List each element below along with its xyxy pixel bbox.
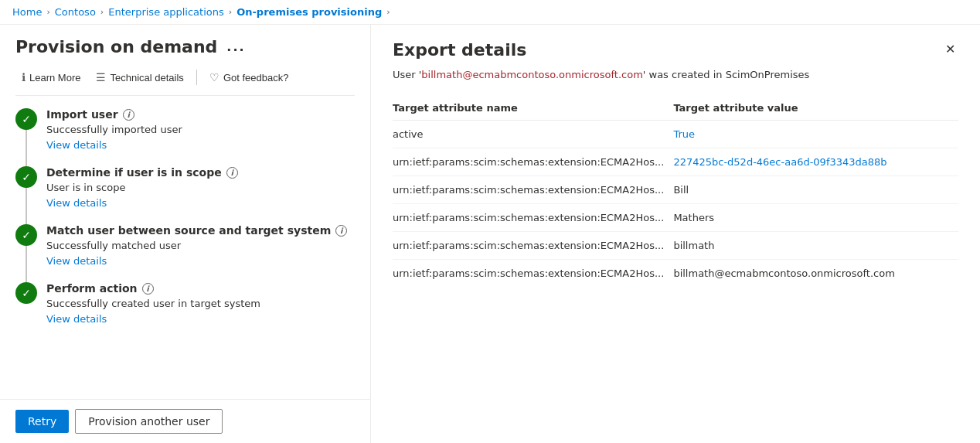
step-1-content: Import user i Successfully imported user… <box>46 108 355 151</box>
step-2-icon: ✓ <box>15 166 37 188</box>
step-2-info-icon[interactable]: i <box>226 167 238 179</box>
attr-value-cell: billmath <box>673 232 958 260</box>
table-body: activeTrueurn:ietf:params:scim:schemas:e… <box>393 121 958 288</box>
breadcrumb: Home › Contoso › Enterprise applications… <box>0 0 980 25</box>
breadcrumb-sep-3: › <box>229 7 232 17</box>
feedback-label: Got feedback? <box>223 72 289 83</box>
step-3-view-details[interactable]: View details <box>46 255 107 267</box>
step-3-description: Successfully matched user <box>46 240 355 251</box>
info-circle-icon: ℹ <box>22 71 26 83</box>
step-4-title: Perform action <box>46 282 138 295</box>
table-header-row: Target attribute name Target attribute v… <box>393 96 958 121</box>
left-panel: Provision on demand ... ℹ Learn More ☰ T… <box>0 25 371 443</box>
step-1-title-row: Import user i <box>46 108 355 121</box>
ellipsis-menu-button[interactable]: ... <box>223 38 248 56</box>
attr-value-cell: 227425bc-d52d-46ec-aa6d-09f3343da88b <box>673 148 958 176</box>
close-button[interactable]: ✕ <box>942 40 958 59</box>
bottom-bar: Retry Provision another user <box>0 399 370 443</box>
step-2-view-details[interactable]: View details <box>46 197 107 209</box>
step-1-view-details[interactable]: View details <box>46 139 107 151</box>
step-perform-action: ✓ Perform action i Successfully created … <box>15 282 355 325</box>
step-2-title: Determine if user is in scope <box>46 166 222 179</box>
attr-value-cell: billmath@ecmabmcontoso.onmicrosoft.com <box>673 260 958 288</box>
step-scope: ✓ Determine if user is in scope i User i… <box>15 166 355 209</box>
retry-button[interactable]: Retry <box>15 410 69 433</box>
step-3-title: Match user between source and target sys… <box>46 224 331 237</box>
subtitle-user: billmath@ecmabmcontoso.onmicrosoft.com <box>421 69 642 80</box>
attr-name-cell: urn:ietf:params:scim:schemas:extension:E… <box>393 232 673 260</box>
technical-details-label: Technical details <box>110 72 183 83</box>
step-match: ✓ Match user between source and target s… <box>15 224 355 267</box>
breadcrumb-enterprise-apps[interactable]: Enterprise applications <box>108 6 224 18</box>
check-icon-4: ✓ <box>22 287 31 299</box>
check-icon-2: ✓ <box>22 171 31 183</box>
step-4-info-icon[interactable]: i <box>142 283 154 295</box>
table-row: activeTrue <box>393 121 958 148</box>
breadcrumb-sep-1: › <box>46 7 49 17</box>
learn-more-button[interactable]: ℹ Learn More <box>15 67 87 87</box>
table-header: Target attribute name Target attribute v… <box>393 96 958 121</box>
breadcrumb-contoso[interactable]: Contoso <box>55 6 96 18</box>
step-import-user: ✓ Import user i Successfully imported us… <box>15 108 355 151</box>
step-4-title-row: Perform action i <box>46 282 355 295</box>
panel-header: Export details ✕ <box>393 40 958 60</box>
technical-details-button[interactable]: ☰ Technical details <box>90 67 189 87</box>
page-title: Provision on demand <box>15 37 217 56</box>
step-4-description: Successfully created user in target syst… <box>46 298 355 309</box>
attr-value-cell: True <box>673 121 958 148</box>
table-row: urn:ietf:params:scim:schemas:extension:E… <box>393 176 958 204</box>
feedback-button[interactable]: ♡ Got feedback? <box>203 67 295 87</box>
step-4-view-details[interactable]: View details <box>46 313 107 325</box>
step-4-icon: ✓ <box>15 282 37 304</box>
attr-name-cell: urn:ietf:params:scim:schemas:extension:E… <box>393 204 673 232</box>
attr-value-cell: Bill <box>673 176 958 204</box>
subtitle-prefix: User ' <box>393 69 421 80</box>
step-3-icon: ✓ <box>15 224 37 246</box>
table-row: urn:ietf:params:scim:schemas:extension:E… <box>393 232 958 260</box>
panel-title: Export details <box>393 40 526 60</box>
step-2-description: User is in scope <box>46 182 355 193</box>
right-panel: Export details ✕ User 'billmath@ecmabmco… <box>371 25 980 443</box>
attributes-table: Target attribute name Target attribute v… <box>393 96 958 287</box>
col-value-header: Target attribute value <box>673 96 958 121</box>
panel-subtitle: User 'billmath@ecmabmcontoso.onmicrosoft… <box>393 69 958 80</box>
breadcrumb-sep-2: › <box>100 7 104 17</box>
left-header: Provision on demand ... ℹ Learn More ☰ T… <box>0 25 370 96</box>
attr-name-cell: urn:ietf:params:scim:schemas:extension:E… <box>393 176 673 204</box>
toolbar-divider <box>196 70 197 85</box>
learn-more-label: Learn More <box>29 72 80 83</box>
attr-name-cell: active <box>393 121 673 148</box>
step-1-title: Import user <box>46 108 118 121</box>
step-2-content: Determine if user is in scope i User is … <box>46 166 355 209</box>
step-3-content: Match user between source and target sys… <box>46 224 355 267</box>
steps-list: ✓ Import user i Successfully imported us… <box>0 96 370 399</box>
subtitle-suffix: ' was created in ScimOnPremises <box>643 69 809 80</box>
attr-name-cell: urn:ietf:params:scim:schemas:extension:E… <box>393 260 673 288</box>
col-name-header: Target attribute name <box>393 96 673 121</box>
heart-icon: ♡ <box>209 71 219 83</box>
step-1-icon: ✓ <box>15 108 37 130</box>
table-row: urn:ietf:params:scim:schemas:extension:E… <box>393 260 958 288</box>
breadcrumb-home[interactable]: Home <box>12 6 42 18</box>
step-1-info-icon[interactable]: i <box>123 109 134 121</box>
list-icon: ☰ <box>96 71 106 83</box>
step-3-title-row: Match user between source and target sys… <box>46 224 355 237</box>
check-icon-3: ✓ <box>22 229 31 241</box>
table-row: urn:ietf:params:scim:schemas:extension:E… <box>393 148 958 176</box>
attr-value-cell: Mathers <box>673 204 958 232</box>
step-4-content: Perform action i Successfully created us… <box>46 282 355 325</box>
breadcrumb-sep-4: › <box>386 7 390 17</box>
step-3-info-icon[interactable]: i <box>335 225 347 237</box>
attr-name-cell: urn:ietf:params:scim:schemas:extension:E… <box>393 148 673 176</box>
title-row: Provision on demand ... <box>15 37 355 56</box>
check-icon-1: ✓ <box>22 113 31 125</box>
table-row: urn:ietf:params:scim:schemas:extension:E… <box>393 204 958 232</box>
breadcrumb-on-premises[interactable]: On-premises provisioning <box>236 6 382 18</box>
step-2-title-row: Determine if user is in scope i <box>46 166 355 179</box>
step-1-description: Successfully imported user <box>46 124 355 135</box>
provision-another-button[interactable]: Provision another user <box>75 409 223 434</box>
toolbar: ℹ Learn More ☰ Technical details ♡ Got f… <box>15 67 355 96</box>
